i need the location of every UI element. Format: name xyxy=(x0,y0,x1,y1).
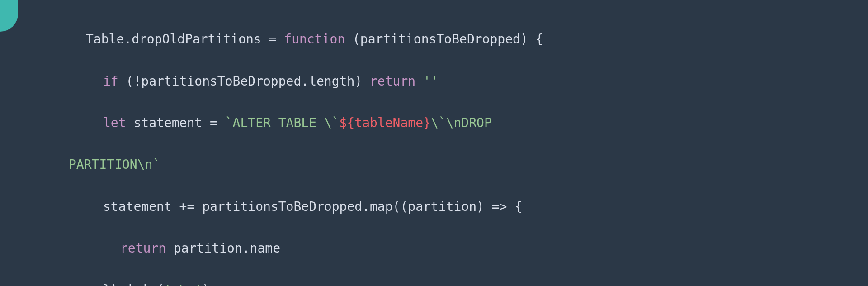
code-token-string: \`\nDROP xyxy=(431,115,500,130)
code-token-keyword: return xyxy=(120,241,166,256)
code-token-string: '' xyxy=(423,74,439,89)
code-token xyxy=(415,74,423,89)
code-line: Table.dropOldPartitions = function (part… xyxy=(86,29,868,50)
code-token-string: `ALTER TABLE \` xyxy=(225,115,340,130)
code-token: partition.name xyxy=(166,241,280,256)
code-line: PARTITION\n` xyxy=(69,154,868,175)
code-token: Table.dropOldPartitions = xyxy=(86,32,284,47)
code-token: (!partitionsToBeDropped.length) xyxy=(118,74,370,89)
code-token: statement = xyxy=(126,115,225,130)
code-token: statement += partitionsToBeDropped.map((… xyxy=(103,199,522,214)
code-token-keyword: if xyxy=(103,74,118,89)
code-token-interp: ${tableName} xyxy=(340,115,431,130)
code-block: Table.dropOldPartitions = function (part… xyxy=(0,0,868,286)
code-line: }).join(',\n') xyxy=(86,280,868,286)
code-token: ) xyxy=(202,282,210,286)
code-token: }).join( xyxy=(103,282,164,286)
code-token-string: ',\n' xyxy=(164,282,202,286)
code-token: (partitionsToBeDropped) { xyxy=(345,32,543,47)
code-token-keyword: let xyxy=(103,115,126,130)
code-line: if (!partitionsToBeDropped.length) retur… xyxy=(86,71,868,92)
code-line: statement += partitionsToBeDropped.map((… xyxy=(86,196,868,217)
code-token-keyword: function xyxy=(284,32,345,47)
code-token-string: PARTITION\n` xyxy=(69,157,160,172)
code-line: return partition.name xyxy=(86,238,868,259)
code-line: let statement = `ALTER TABLE \`${tableNa… xyxy=(86,113,868,133)
code-token-keyword: return xyxy=(370,74,415,89)
